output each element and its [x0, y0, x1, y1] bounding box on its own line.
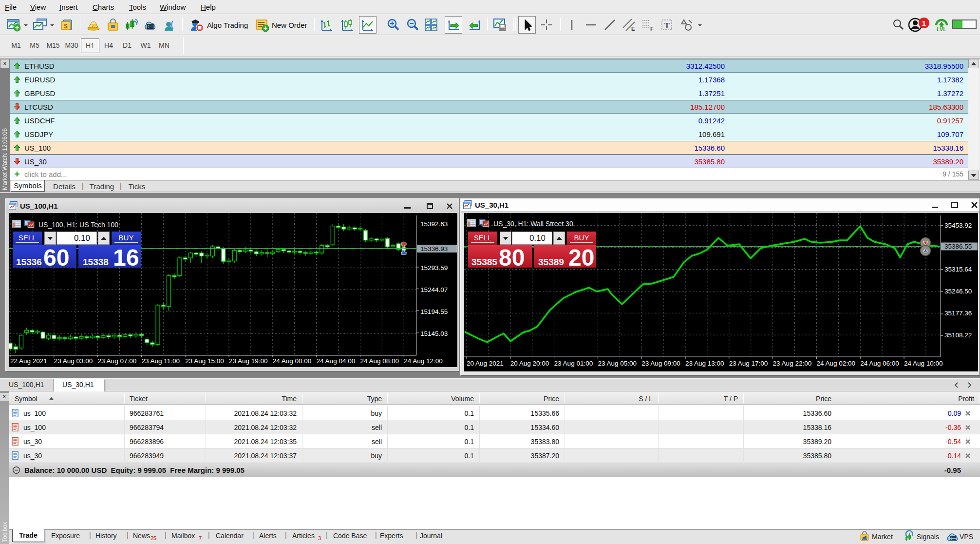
svg-text:15145.03: 15145.03	[420, 330, 448, 337]
svg-text:24 Aug 04:00: 24 Aug 04:00	[317, 357, 356, 365]
svg-text:24 Aug 00:00: 24 Aug 00:00	[273, 357, 312, 365]
svg-text:35386.55: 35386.55	[944, 243, 972, 250]
svg-text:LVL: LVL	[937, 26, 946, 32]
svg-text:23 Aug 17:00: 23 Aug 17:00	[729, 360, 768, 367]
svg-text:35177.36: 35177.36	[944, 310, 972, 317]
svg-text:23 Aug 15:00: 23 Aug 15:00	[185, 357, 224, 365]
svg-text:35315.64: 35315.64	[944, 266, 972, 273]
svg-text:15194.55: 15194.55	[420, 308, 448, 315]
svg-text:24 Aug 06:00: 24 Aug 06:00	[860, 360, 899, 367]
svg-text:15392.63: 15392.63	[420, 220, 448, 228]
svg-text:35246.50: 35246.50	[944, 288, 972, 295]
svg-text:23 Aug 03:00: 23 Aug 03:00	[54, 357, 93, 365]
svg-text:F: F	[650, 26, 654, 32]
svg-text:23 Aug 19:00: 23 Aug 19:00	[229, 357, 268, 365]
svg-text:20 Aug 2021: 20 Aug 2021	[467, 360, 504, 367]
svg-text:1: 1	[922, 19, 926, 27]
svg-text:23 Aug 05:00: 23 Aug 05:00	[598, 360, 637, 367]
svg-text:23 Aug 07:00: 23 Aug 07:00	[98, 357, 137, 365]
svg-text:23 Aug 09:00: 23 Aug 09:00	[641, 360, 680, 367]
svg-text:24 Aug 08:00: 24 Aug 08:00	[360, 357, 399, 365]
svg-text:35453.92: 35453.92	[944, 222, 972, 229]
svg-text:24 Aug 02:00: 24 Aug 02:00	[816, 360, 855, 367]
svg-text:24 Aug 10:00: 24 Aug 10:00	[904, 360, 943, 367]
svg-text:20 Aug 20:00: 20 Aug 20:00	[510, 360, 549, 367]
svg-text:15336.93: 15336.93	[420, 245, 448, 253]
svg-text:23 Aug 13:00: 23 Aug 13:00	[685, 360, 724, 367]
svg-text:24 Aug 12:00: 24 Aug 12:00	[404, 357, 443, 365]
svg-text:23 Aug 22:00: 23 Aug 22:00	[773, 360, 812, 367]
svg-text:35108.22: 35108.22	[944, 331, 972, 339]
svg-text:23 Aug 01:00: 23 Aug 01:00	[554, 360, 593, 367]
svg-text:$: $	[64, 22, 68, 30]
svg-text:E: E	[631, 26, 635, 32]
svg-text:22 Aug 2021: 22 Aug 2021	[10, 357, 47, 365]
svg-text:23 Aug 11:00: 23 Aug 11:00	[141, 357, 180, 365]
svg-text:15293.59: 15293.59	[420, 264, 448, 272]
svg-text:T: T	[664, 21, 670, 30]
svg-text:15244.07: 15244.07	[420, 286, 448, 293]
